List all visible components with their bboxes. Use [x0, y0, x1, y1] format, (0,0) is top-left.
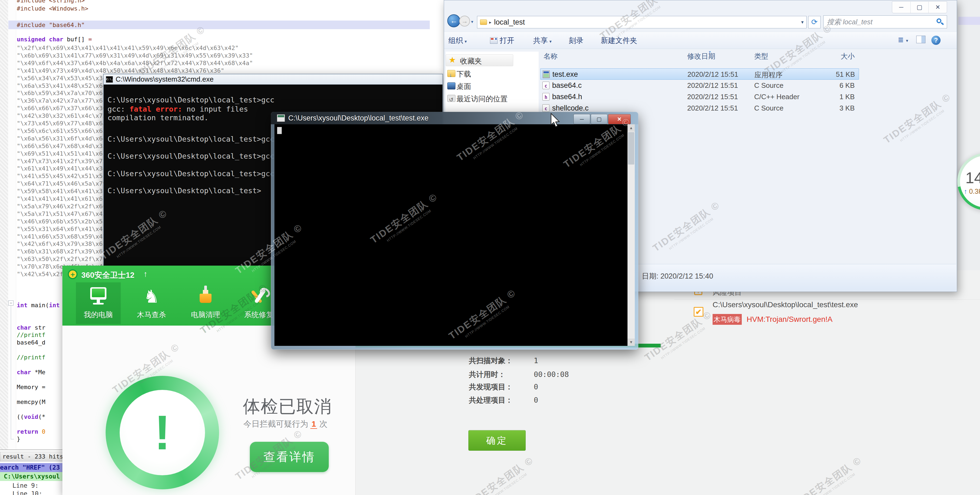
- cmd-output-line: gcc: fatal error: no input files: [108, 105, 248, 113]
- sidebar-favorites[interactable]: ★ 收藏夹: [446, 54, 513, 66]
- toolbar-5[interactable]: 新建文件夹: [601, 32, 637, 49]
- file-name: shellcode.c: [552, 104, 589, 112]
- cmd-icon: C:\.: [106, 76, 113, 83]
- file-size: 1 KB: [810, 93, 855, 101]
- views-button[interactable]: ≣ ▾: [898, 36, 908, 45]
- sidebar-item-recent-places[interactable]: 最近访问的位置: [457, 94, 508, 105]
- back-button[interactable]: ←: [447, 14, 460, 27]
- cmd-titlebar[interactable]: C:\. C:\Windows\system32\cmd.exe: [104, 74, 442, 84]
- breadcrumb[interactable]: local_test: [494, 18, 525, 27]
- close-button[interactable]: ✕: [928, 2, 947, 13]
- maximize-button[interactable]: ▢: [591, 114, 608, 124]
- fold-collapse-icon[interactable]: −: [8, 301, 14, 306]
- intercept-count[interactable]: 1: [310, 419, 317, 429]
- upgrade-arrow-icon[interactable]: ↑: [143, 269, 148, 279]
- help-button[interactable]: ?: [931, 36, 940, 45]
- toolbar-label: 打开: [500, 37, 514, 45]
- 360-logo-icon: ＋: [68, 269, 78, 279]
- address-dropdown-icon[interactable]: ▾: [801, 19, 803, 25]
- search-input[interactable]: 搜索 local_test: [823, 15, 947, 29]
- testexe-caption-buttons: ─ ▢ ✕: [573, 114, 631, 124]
- code-token: str: [31, 324, 45, 331]
- 360-nav-3[interactable]: 电脑清理: [183, 282, 228, 324]
- code-token: memcpy(M: [17, 398, 45, 405]
- 360-nav-2[interactable]: ♞木马查杀: [129, 282, 174, 324]
- preview-pane-button[interactable]: [916, 36, 926, 45]
- checkup-status-title: 体检已取消: [243, 395, 332, 418]
- code-line: }: [17, 435, 20, 442]
- 360-speed-ball[interactable]: 14% ↑ 0.3K/S: [956, 150, 980, 215]
- sort-caret-icon[interactable]: ▾: [709, 49, 711, 54]
- file-row[interactable]: test.exe2020/2/12 15:51应用程序51 KB: [540, 68, 859, 80]
- file-row[interactable]: hbase64.h2020/2/12 15:51C/C++ Header1 KB: [540, 91, 859, 102]
- code-line: //printf: [17, 354, 45, 361]
- sidebar-item-desktop[interactable]: 桌面: [457, 81, 471, 92]
- 360-nav-1[interactable]: 我的电脑: [76, 282, 121, 324]
- column-header-2[interactable]: 修改日期: [687, 52, 752, 61]
- forward-button[interactable]: →: [459, 16, 470, 27]
- shellcode-hex-line: "\x59\x58\x41\x64\x41\x31": [17, 188, 110, 195]
- system-repair-icon: [249, 286, 269, 306]
- subtitle-suffix: 次: [317, 419, 328, 428]
- open-app-icon: [490, 37, 498, 44]
- shellcode-hex-line: "\x69\x51\x41\x51\x41\x6c": [17, 150, 110, 157]
- cmd-output-line: compilation terminated.: [108, 113, 208, 122]
- cmd-output-line: C:\Users\xysoul\Desktop\local_test>: [108, 186, 261, 195]
- breadcrumb-arrow-icon[interactable]: ▸: [489, 20, 492, 25]
- threat-file-path[interactable]: C:\Users\xysoul\Desktop\local_test\test.…: [713, 301, 858, 309]
- code-token: buf[]: [63, 36, 88, 43]
- memory-percent: 14%: [966, 169, 980, 187]
- speed-ball-ring: 14% ↑ 0.3K/S: [957, 153, 980, 210]
- scrollbar-thumb[interactable]: [628, 132, 634, 164]
- shellcode-hex-line: "\x6b\x59\x34\x7a\x70\x6c": [17, 89, 110, 97]
- history-caret-icon[interactable]: ▾: [471, 19, 473, 24]
- scroll-up-icon[interactable]: ▲: [627, 124, 635, 132]
- sidebar-item-downloads[interactable]: 下载: [457, 69, 471, 80]
- toolbar-1[interactable]: 组织▾: [449, 32, 467, 49]
- shellcode-hex-line: "\x47\x73\x41\x2f\x39\x75": [17, 158, 110, 165]
- maximize-button[interactable]: ▢: [910, 2, 929, 13]
- scroll-down-icon[interactable]: ▼: [627, 339, 635, 346]
- mouse-cursor: [550, 113, 562, 128]
- address-bar[interactable]: ▸ local_test ▾: [477, 16, 807, 29]
- toolbar-4[interactable]: 刻录: [569, 32, 584, 49]
- code-line: base64_d: [17, 339, 45, 346]
- shellcode-hex-line: "\x5a\x79\x46\x2f\x2f\x66": [17, 203, 110, 210]
- minimize-button[interactable]: ─: [573, 114, 590, 124]
- code-token: //printf: [17, 331, 45, 338]
- subtitle-prefix: 今日拦截可疑行为: [243, 419, 310, 428]
- search-icon[interactable]: [937, 18, 943, 25]
- column-header-3[interactable]: 类型: [754, 52, 819, 61]
- shellcode-hex-line: "\x6a\x53\x41\x48\x52\x6d": [17, 82, 110, 89]
- scrollbar[interactable]: ▲ ▼: [627, 124, 635, 346]
- refresh-button[interactable]: ⟳: [808, 16, 821, 29]
- cmd-output-line: C:\Users\xysoul\Desktop\local_test>gcc s: [108, 152, 283, 160]
- code-token: void: [24, 414, 38, 420]
- include-line: #include "base64.h": [17, 21, 85, 29]
- column-header-1[interactable]: 名称: [544, 52, 684, 61]
- cmd-output-line: C:\Users\xysoul\Desktop\local_test>gcc s: [108, 135, 283, 143]
- error-text: fatal error:: [129, 105, 182, 113]
- file-size: 3 KB: [810, 104, 855, 112]
- cmd-output-line: C:\Users\xysoul\Desktop\local_test>gcc s: [108, 169, 283, 178]
- close-button[interactable]: ✕: [608, 114, 631, 124]
- stat-label: 共发现项目：: [469, 382, 526, 392]
- toolbar-3[interactable]: 共享▾: [533, 32, 552, 49]
- views-caret-icon: ▾: [906, 38, 908, 43]
- threat-name: HVM:Trojan/Swrort.gen!A: [747, 315, 832, 324]
- view-details-button[interactable]: 查看详情: [250, 442, 329, 472]
- ok-button[interactable]: 确定: [468, 430, 526, 451]
- shellcode-hex-line: "\x61\x41\x49\x41\x44\x34": [17, 165, 110, 172]
- divider: [674, 299, 980, 300]
- status-ring: !: [106, 376, 219, 489]
- cmd-title: C:\Windows\system32\cmd.exe: [116, 75, 214, 83]
- file-row[interactable]: cbase64.c2020/2/12 15:51C Source6 KB: [540, 80, 859, 91]
- folder-icon: [480, 19, 487, 25]
- threat-checkbox[interactable]: ✔: [694, 307, 703, 317]
- toolbar-2[interactable]: 打开: [490, 32, 514, 49]
- upload-speed: ↑ 0.3K/S: [964, 188, 980, 195]
- testexe-window: C:\Users\xysoul\Desktop\local_test\test.…: [271, 112, 638, 350]
- testexe-title: C:\Users\xysoul\Desktop\local_test\test.…: [288, 114, 428, 123]
- minimize-button[interactable]: ─: [892, 2, 910, 13]
- column-header-4[interactable]: 大小: [821, 52, 855, 61]
